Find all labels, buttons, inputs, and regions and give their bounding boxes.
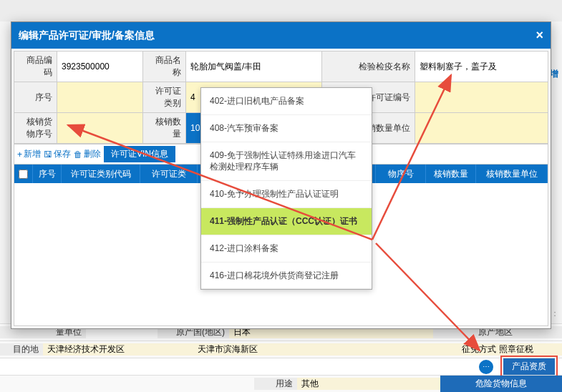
license-type-dropdown: 402-进口旧机电产品备案 408-汽车预审备案 409-免于强制性认证特殊用途… [200, 87, 372, 290]
inspection-name-label: 检验检疫名称 [322, 52, 415, 82]
modal-title: 编辑产品许可证/审批/备案信息 [19, 29, 155, 42]
tax-method-label: 征免方式 [462, 344, 496, 354]
tax-method-value: 照章征税 [499, 344, 533, 354]
goods-name-label: 商品名称 [143, 52, 186, 82]
inspection-name-value: 塑料制塞子，盖子及 [415, 52, 548, 82]
dropdown-item[interactable]: 409-免于强制性认证特殊用途进口汽车检测处理程序车辆 [201, 142, 372, 182]
goods-name-value: 轮胎加气阀盖/丰田 [186, 52, 322, 82]
modal-header: 编辑产品许可证/审批/备案信息 × [11, 22, 551, 49]
vin-tab[interactable]: 许可证VIN信息 [104, 146, 175, 162]
add-button[interactable]: + +新增新增 [17, 148, 41, 160]
th-writeoff-qty: 核销数量 [426, 165, 476, 183]
goods-code-value: 3923500000 [57, 52, 143, 82]
expand-icon[interactable]: ⋯ [479, 360, 493, 374]
th-seq: 序号 [33, 165, 62, 183]
plus-icon: + [17, 150, 22, 160]
product-qual-button[interactable]: 产品资质 [503, 358, 555, 375]
save-icon: 🖫 [44, 150, 52, 160]
writeoff-seq-input[interactable] [57, 113, 143, 144]
close-icon[interactable]: × [536, 28, 543, 43]
th-writeoff-seq: 物序号 [376, 165, 426, 183]
th-writeoff-qty-unit: 核销数量单位 [476, 165, 548, 183]
dropdown-item[interactable]: 416-进口棉花境外供货商登记注册 [201, 263, 372, 290]
license-type-label: 许可证类别 [143, 82, 186, 113]
goods-code-label: 商品编码 [14, 52, 57, 82]
dropdown-item[interactable]: 402-进口旧机电产品备案 [201, 88, 372, 115]
dropdown-item[interactable]: 410-免予办理强制性产品认证证明 [201, 181, 372, 208]
th-type: 许可证类 [140, 165, 198, 183]
trash-icon: 🗑 [74, 150, 82, 160]
seq-label: 序号 [14, 82, 57, 113]
license-no-input[interactable] [415, 82, 548, 113]
writeoff-qty-unit-input[interactable] [415, 113, 548, 144]
seq-input[interactable] [57, 82, 143, 113]
use-label: 用途 [254, 378, 297, 390]
dropdown-item[interactable]: 412-进口涂料备案 [201, 235, 372, 263]
dropdown-item-highlighted[interactable]: 411-强制性产品认证（CCC认证）证书 [201, 208, 372, 235]
dropdown-item[interactable]: 408-汽车预审备案 [201, 115, 372, 142]
danger-info-button[interactable]: 危险货物信息 [440, 376, 562, 392]
delete-button[interactable]: 🗑 删除 [74, 148, 101, 160]
select-all-checkbox[interactable] [19, 170, 28, 179]
save-button[interactable]: 🖫 保存 [44, 148, 71, 160]
dest-label: 目的地 [0, 343, 43, 356]
use-value: 其他 [297, 378, 440, 390]
dest-value: 天津经济技术开发区 [43, 343, 193, 356]
th-type-code: 许可证类别代码 [62, 165, 140, 183]
dest-city-value: 天津市滨海新区 [193, 343, 433, 356]
writeoff-seq-label: 核销货物序号 [14, 113, 57, 144]
writeoff-qty-label: 核销数量 [143, 113, 186, 144]
